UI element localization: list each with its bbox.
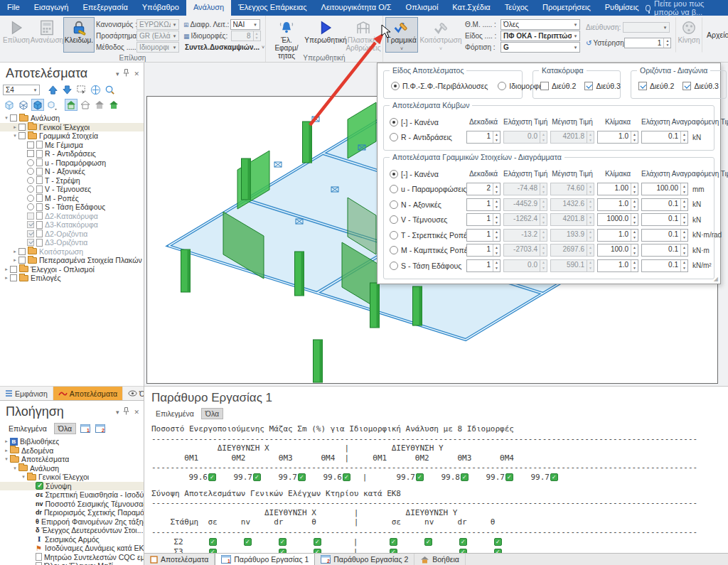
tab-Ρυθμίσεις[interactable]: Ρυθμίσεις [598,0,646,16]
panel-tab-Εμφάνιση[interactable]: Εμφάνιση [0,387,53,400]
radio[interactable] [27,185,34,193]
min-value-field[interactable]: 0.0▲▼ [503,131,547,144]
diaphragm-combo[interactable]: ΝΑΙ▾ [230,19,260,30]
min-value-field[interactable]: -1262.4▲▼ [503,213,547,226]
spinner-buttons[interactable]: ▲▼ [587,230,594,241]
tree-item[interactable]: Με Γέμισμα [0,141,144,150]
spinner-buttons[interactable]: ▲▼ [680,244,687,256]
solve-button[interactable]: Επίλυση [2,17,31,53]
checkbox-option[interactable]: Διεύθ.3 [682,82,718,90]
max-value-field[interactable]: 590.1▲▼ [550,259,594,272]
kind-combo[interactable]: ΠΦ ΟΚΑ - Περιπτώσε▾ [500,31,580,41]
close-icon[interactable]: ✕ [134,409,139,416]
min-value-field[interactable]: -74.48▲▼ [503,183,547,195]
tree-item[interactable]: Σύνοψη [0,482,144,491]
window-tab-Αποτελέσματα[interactable]: Αποτελέσματα [144,554,215,565]
min-shown-spinner[interactable]: 0.1▲▼ [641,131,688,144]
radio[interactable] [390,133,398,141]
tree-item[interactable]: V - Τέμνουσες [0,185,144,194]
panel-menu-icon[interactable]: ▾ [116,70,119,77]
checkbox[interactable] [18,248,26,255]
spinner-buttons[interactable]: ▲▼ [680,260,687,271]
tree-item[interactable]: ▾Ανάλυση [0,114,144,123]
radio[interactable] [27,159,34,166]
decimals-spinner[interactable]: 1▲▼ [466,259,500,272]
checkbox[interactable] [682,82,691,90]
expander-icon[interactable]: ▸ [11,124,18,130]
radio-option[interactable]: [-] - Κανένα [390,118,464,127]
min-shown-spinner[interactable]: 0.1▲▼ [641,229,688,242]
tree-item[interactable]: ▾Αποτελέσματα [0,455,144,464]
checkbox-option[interactable]: Διεύθ.3 [584,82,620,90]
spinner-buttons[interactable]: ▲▼ [540,183,547,195]
radio[interactable] [390,215,398,224]
pin-icon[interactable] [123,407,129,416]
max-value-field[interactable]: 4201.8▲▼ [550,131,594,144]
spinner-buttons[interactable]: ▲▼ [493,244,500,256]
tell-me-search[interactable]: Πείτε μου πως μπορώ να β... [646,0,728,16]
checkbox[interactable] [18,132,26,139]
radio-option[interactable]: u - Παραμορφώσεις [390,185,464,193]
radio[interactable] [391,82,400,90]
radio-option[interactable]: [-] - Κανένα [390,170,464,178]
tree-item[interactable]: T - Στρέψη [0,176,144,185]
checkbox[interactable] [27,221,34,228]
min-value-field[interactable]: -2703.4▲▼ [503,244,547,257]
tab-Υπόβαθρο[interactable]: Υπόβαθρο [135,0,186,16]
checkbox-option[interactable]: Διεύθ.2 [540,82,576,90]
spinner-buttons[interactable]: ▲▼ [631,131,638,143]
min-value-field[interactable]: 0.0▲▼ [503,259,547,272]
tree-item[interactable]: M - Ροπές [0,194,144,203]
decimals-spinner[interactable]: 1▲▼ [466,198,500,211]
checkbox[interactable] [27,230,34,237]
tree-item[interactable]: ⚑Ισοδύναμες Δυνάμεις κατά ΕΚ8 [0,544,144,553]
expander-icon[interactable]: ▸ [3,438,10,444]
direction-combo[interactable]: ▾ [623,22,670,33]
expander-icon[interactable]: ▾ [3,456,10,462]
expander-icon[interactable]: ▾ [11,466,18,471]
tree-item[interactable]: IΣεισμικός Αρμός [0,535,144,544]
tab-Λειτουργικότητα Ο/Σ[interactable]: Λειτουργικότητα Ο/Σ [314,0,399,16]
spinner-buttons[interactable]: ▲▼ [540,244,547,256]
spinner-buttons[interactable]: ▲▼ [540,131,547,143]
spinner-buttons[interactable]: ▲▼ [680,131,687,143]
window-tab-Βοήθεια[interactable]: Βοήθεια [414,554,466,565]
tab-Προμετρήσεις[interactable]: Προμετρήσεις [535,0,598,16]
spinner-buttons[interactable]: ▲▼ [680,230,687,241]
spinner-buttons[interactable]: ▲▼ [493,260,500,271]
tab-File[interactable]: File [0,0,27,16]
pan-icon[interactable] [89,84,102,96]
radio-option[interactable]: N - Αξονικές [390,200,464,209]
max-value-field[interactable]: 2697.6▲▼ [550,244,594,257]
view-more-icon[interactable] [46,99,58,111]
checkbox[interactable] [10,114,17,122]
hysteresis-spinner[interactable]: 1▲▼ [624,38,671,48]
tree-item[interactable]: R - Αντιδράσεις [0,149,144,158]
tree-item[interactable]: N - Αξονικές [0,167,144,176]
window-tab-Παράθυρο Εργασίας 1[interactable]: 1Παράθυρο Εργασίας 1 [215,554,315,565]
panel-tab-Αποτελέσματα[interactable]: Αποτελέσματα [53,387,123,400]
radio[interactable] [27,177,34,184]
tree-item[interactable]: Μητρώο Συντελεστών CQC εμ... [0,553,144,562]
tree-item[interactable]: δΈλεγχος Δευτερευόντων Στοι... [0,526,144,535]
max-value-field[interactable]: 1432.6▲▼ [550,198,594,211]
checkbox[interactable] [10,274,17,281]
radio-option[interactable]: T - Στρεπτικές Ροπές [390,231,464,240]
tab-Κατ.Σχέδια[interactable]: Κατ.Σχέδια [445,0,497,16]
building-gray-icon[interactable] [93,99,106,111]
spinner-buttons[interactable]: ▲▼ [631,214,638,225]
spinner-buttons[interactable]: ▲▼ [493,230,500,241]
building-green-icon[interactable] [107,99,120,111]
tab-Εισαγωγή[interactable]: Εισαγωγή [27,0,76,16]
loadcase-combo[interactable]: Όλες▾ [500,19,580,30]
close-icon[interactable]: ✕ [134,70,139,77]
level-up-icon[interactable] [46,84,59,96]
tab-Έλεγχος Επάρκειας[interactable]: Έλεγχος Επάρκειας [231,0,314,16]
spinner-buttons[interactable]: ▲▼ [631,230,638,241]
checkbox[interactable] [27,141,34,149]
spinner-buttons[interactable]: ▲▼ [631,244,638,256]
expander-icon[interactable]: ▸ [3,448,10,453]
spinner-buttons[interactable]: ▲▼ [587,199,594,210]
radio-option[interactable]: Π.Φ.-Σ.Φ.-Περιβάλλουσες [391,82,488,90]
spinner-buttons[interactable]: ▲▼ [587,244,594,256]
